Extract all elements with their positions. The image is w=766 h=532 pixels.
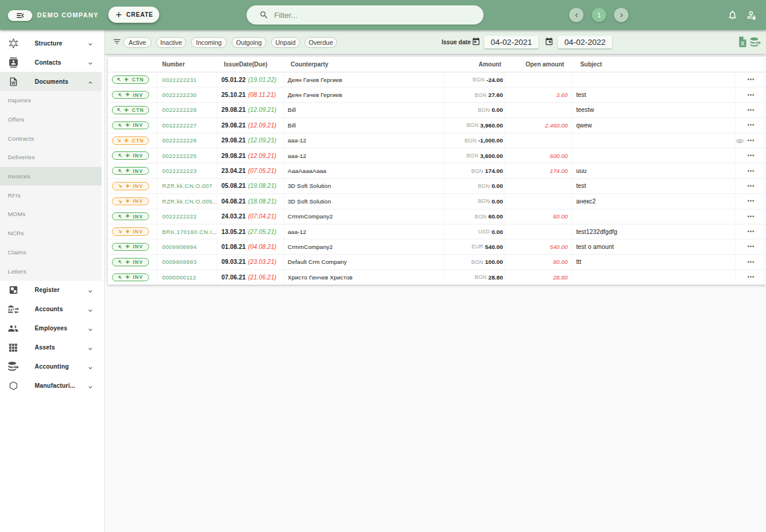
svg-text:W: W: [11, 81, 16, 85]
